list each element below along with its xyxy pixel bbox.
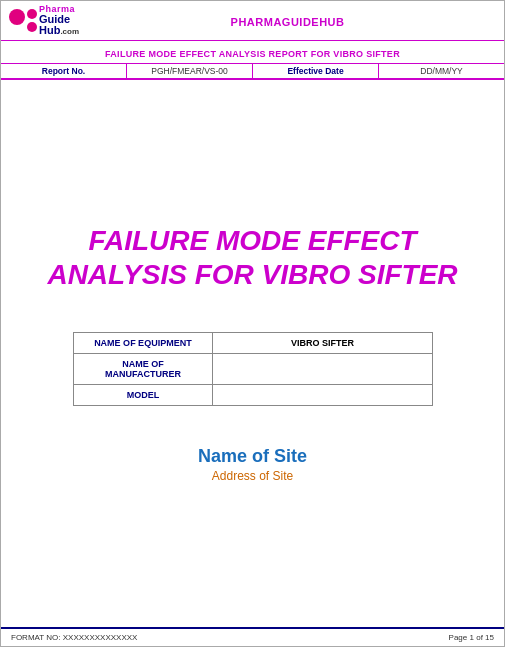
logo-circles: [9, 9, 37, 32]
hub-part: Hub: [39, 24, 60, 36]
site-info: Name of Site Address of Site: [198, 446, 307, 483]
effective-date-value: DD/MM/YY: [379, 64, 504, 78]
com-part: .com: [60, 27, 79, 36]
report-title-text: FAILURE MODE EFFECT ANALYSIS REPORT FOR …: [105, 49, 400, 59]
logo-hub-text: Hub.com: [39, 25, 79, 36]
table-row: NAME OF EQUIPMENT VIBRO SIFTER: [73, 332, 432, 353]
logo-area: Pharma Guide Hub.com: [9, 5, 79, 36]
page-label: Page: [449, 633, 468, 642]
equipment-info-table: NAME OF EQUIPMENT VIBRO SIFTER NAME OF M…: [73, 332, 433, 406]
site-name-text: Name of Site: [198, 446, 307, 467]
footer-format-no: FORMAT NO: XXXXXXXXXXXXXX: [11, 633, 137, 642]
field-label-manufacturer: NAME OF MANUFACTURER: [73, 353, 213, 384]
current-page: 1: [470, 633, 474, 642]
page-separator: of: [476, 633, 485, 642]
field-value-model: [213, 384, 432, 405]
total-pages: 15: [485, 633, 494, 642]
footer: FORMAT NO: XXXXXXXXXXXXXX Page 1 of 15: [1, 627, 504, 646]
main-title: FAILURE MODE EFFECT ANALYSIS FOR VIBRO S…: [47, 224, 457, 291]
main-content: FAILURE MODE EFFECT ANALYSIS FOR VIBRO S…: [1, 80, 504, 627]
logo-circle-big: [9, 9, 25, 25]
logo-circle-small-top: [27, 9, 37, 19]
document-page: Pharma Guide Hub.com PHARMAGUIDEHUB FAIL…: [0, 0, 505, 647]
header-subtitle-row: FAILURE MODE EFFECT ANALYSIS REPORT FOR …: [1, 41, 504, 64]
title-line2: ANALYSIS FOR VIBRO SIFTER: [47, 258, 457, 292]
header-info-row: Report No. PGH/FMEAR/VS-00 Effective Dat…: [1, 64, 504, 78]
header-top-row: Pharma Guide Hub.com PHARMAGUIDEHUB: [1, 1, 504, 41]
title-line1: FAILURE MODE EFFECT: [47, 224, 457, 258]
report-no-value: PGH/FMEAR/VS-00: [127, 64, 253, 78]
logo-circle-small-bottom: [27, 22, 37, 32]
footer-page-info: Page 1 of 15: [449, 633, 494, 642]
site-address-text: Address of Site: [198, 469, 307, 483]
field-value-equipment: VIBRO SIFTER: [213, 332, 432, 353]
field-label-model: MODEL: [73, 384, 213, 405]
report-no-label: Report No.: [1, 64, 127, 78]
table-body: NAME OF EQUIPMENT VIBRO SIFTER NAME OF M…: [73, 332, 432, 405]
table-row: MODEL: [73, 384, 432, 405]
site-title-text: PHARMAGUIDEHUB: [231, 16, 345, 28]
table-row: NAME OF MANUFACTURER: [73, 353, 432, 384]
header-title: PHARMAGUIDEHUB: [79, 12, 496, 30]
header: Pharma Guide Hub.com PHARMAGUIDEHUB FAIL…: [1, 1, 504, 80]
effective-date-label: Effective Date: [253, 64, 379, 78]
logo-row: Pharma Guide Hub.com: [9, 5, 79, 36]
field-value-manufacturer: [213, 353, 432, 384]
logo-text: Pharma Guide Hub.com: [39, 5, 79, 36]
field-label-equipment: NAME OF EQUIPMENT: [73, 332, 213, 353]
